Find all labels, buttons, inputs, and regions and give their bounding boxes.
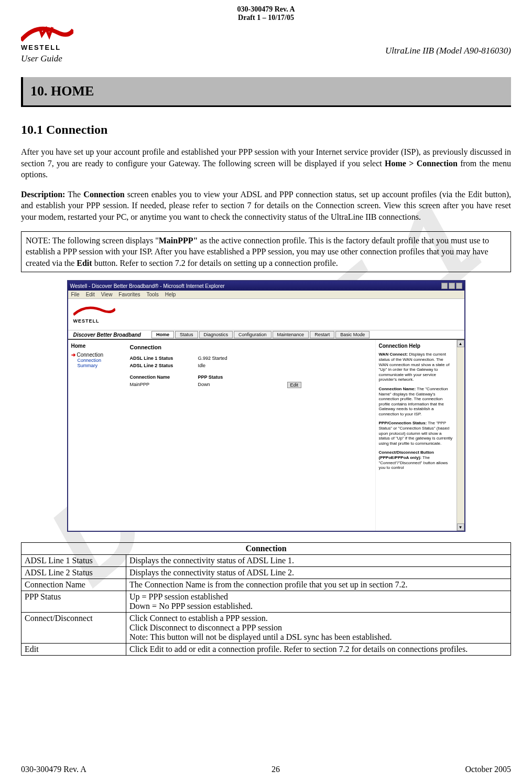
sidebar-title: Home [71,343,123,349]
table-label: Connection Name [21,579,126,591]
doc-header-line1: 030-300479 Rev. A [21,5,511,14]
para1-bold: Home > Connection [385,159,458,168]
menu-help[interactable]: Help [165,292,176,297]
note-box: NOTE: The following screen displays "Mai… [21,231,511,273]
maximize-icon[interactable] [449,283,455,289]
tab-maintenance[interactable]: Maintenance [273,331,309,338]
intro-paragraph-1: After you have set up your account profi… [21,146,511,180]
page-footer: 030-300479 Rev. A 26 October 2005 [21,765,511,774]
para2-b2: Connection [83,190,124,199]
adsl2-value: Idle [198,363,282,368]
menu-tools[interactable]: Tools [146,292,158,297]
window-title: Westell - Discover Better Broadband® - M… [70,283,225,289]
table-row: Edit Click Edit to add or edit a connect… [21,644,511,656]
tab-home[interactable]: Home [151,331,174,338]
tab-diagnostics[interactable]: Diagnostics [199,331,233,338]
slogan-text: Discover Better Broadband [73,332,141,338]
app-logo-area: WESTELL [68,299,464,330]
help-panel: Connection Help WAN Connect: Displays th… [375,340,457,531]
table-desc: The Connection Name is from the connecti… [126,579,511,591]
tab-configuration[interactable]: Configuration [234,331,272,338]
table-row: PPP Status Up = PPP session established … [21,591,511,613]
ppp-status-header: PPP Status [198,374,282,380]
table-label: Connect/Disconnect [21,613,126,644]
para2-mid1: The [65,190,83,199]
help-cn-bold: Connection Name: [379,387,416,391]
menu-view[interactable]: View [101,292,113,297]
footer-left: 030-300479 Rev. A [21,765,86,774]
nav-tab-row: Discover Better Broadband Home Status Di… [68,330,464,340]
note-b1: MainPPP" [159,236,198,245]
table-row: ADSL Line 2 Status Displays the connecti… [21,567,511,579]
browser-screenshot: Westell - Discover Better Broadband® - M… [67,280,465,532]
westell-swoosh-icon [21,25,73,46]
model-label: UltraLine IIB (Model A90-816030) [385,46,511,56]
window-titlebar: Westell - Discover Better Broadband® - M… [68,281,464,291]
user-guide-label: User Guide [21,53,62,64]
tab-status[interactable]: Status [175,331,198,338]
footer-center: 26 [272,765,280,774]
table-desc: Up = PPP session established Down = No P… [126,591,511,613]
section-title-bar: 10. HOME [21,77,511,107]
help-ppp-bold: PPP/Connection Status: [379,421,427,425]
minimize-icon[interactable] [441,283,448,289]
table-desc: Displays the connectivity status of ADSL… [126,567,511,579]
tab-basic-mode[interactable]: Basic Mode [335,331,370,338]
sidebar: Home ➔Connection Connection Summary [68,340,126,531]
edit-button[interactable]: Edit [287,382,302,388]
main-panel: Connection ADSL Line 1 Status G.992 Star… [126,340,375,531]
main-title: Connection [130,344,371,350]
adsl2-label: ADSL Line 2 Status [130,363,193,368]
app-brand-text: WESTELL [73,318,121,324]
table-row: Connect/Disconnect Click Connect to esta… [21,613,511,644]
westell-mini-swoosh-icon [73,305,115,318]
conn-name-value: MainPPP [130,382,193,388]
connection-table: Connection ADSL Line 1 Status Displays t… [21,542,511,656]
table-header: Connection [21,543,511,555]
footer-right: October 2005 [465,765,511,774]
browser-menubar: File Edit View Favorites Tools Help [68,291,464,299]
table-label: Edit [21,644,126,656]
menu-edit[interactable]: Edit [86,292,95,297]
sidebar-item-label: Connection [77,352,104,358]
sidebar-item-connection[interactable]: ➔Connection [71,352,123,358]
doc-header: 030-300479 Rev. A Draft 1 – 10/17/05 [21,5,511,22]
help-title: Connection Help [379,343,453,349]
table-row: Connection Name The Connection Name is f… [21,579,511,591]
table-row: ADSL Line 1 Status Displays the connecti… [21,555,511,567]
table-label: ADSL Line 2 Status [21,567,126,579]
table-label: ADSL Line 1 Status [21,555,126,567]
scroll-up-icon[interactable]: ▲ [457,340,464,347]
description-paragraph: Description: The Connection screen enabl… [21,189,511,223]
doc-header-line2: Draft 1 – 10/17/05 [21,14,511,22]
menu-file[interactable]: File [71,292,80,297]
ppp-status-value: Down [198,382,282,388]
table-desc: Displays the connectivity status of ADSL… [126,555,511,567]
help-wan-bold: WAN Connect: [379,352,408,357]
note-pre: NOTE: The following screen displays " [26,236,159,245]
arrow-right-icon: ➔ [71,352,75,358]
scrollbar[interactable]: ▲ ▼ [457,340,464,531]
subsection-title: 10.1 Connection [21,123,511,137]
table-label: PPP Status [21,591,126,613]
brand-logo: WESTELL User Guide [21,25,73,64]
para2-b1: Description: [21,190,65,199]
sidebar-item-connection-summary[interactable]: Connection Summary [78,358,123,368]
scroll-down-icon[interactable]: ▼ [457,523,464,531]
brand-text: WESTELL [21,44,61,51]
tab-restart[interactable]: Restart [310,331,334,338]
table-desc: Click Connect to establish a PPP session… [126,613,511,644]
menu-favorites[interactable]: Favorites [118,292,140,297]
note-b2: Edit [77,259,92,267]
close-icon[interactable] [456,283,462,289]
note-post: button. Refer to section 7.2 for details… [92,259,338,267]
adsl1-label: ADSL Line 1 Status [130,356,193,361]
conn-name-header: Connection Name [130,374,193,380]
table-desc: Click Edit to add or edit a connection p… [126,644,511,656]
adsl1-value: G.992 Started [198,356,282,361]
